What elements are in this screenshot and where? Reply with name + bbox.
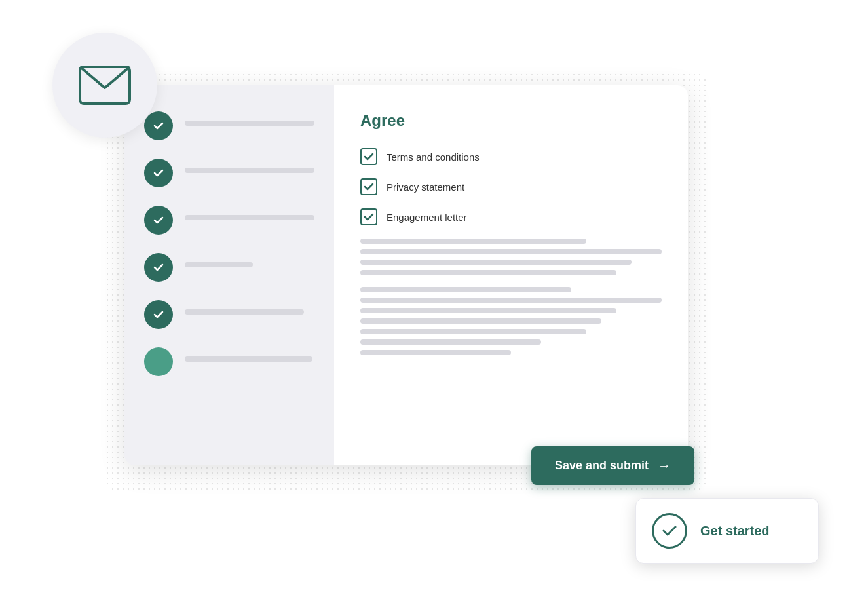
step-item-4[interactable] (144, 253, 314, 282)
engagement-checkbox-item[interactable]: Engagement letter (360, 208, 662, 225)
terms-check-icon (364, 151, 374, 162)
check-icon-1 (152, 119, 165, 132)
get-started-check-icon (652, 513, 687, 549)
get-started-checkmark (660, 522, 679, 540)
text-line-9 (360, 329, 586, 334)
step-item-2[interactable] (144, 159, 314, 187)
arrow-icon: → (658, 458, 671, 473)
step-item-3[interactable] (144, 206, 314, 235)
terms-checkbox-item[interactable]: Terms and conditions (360, 148, 662, 165)
terms-checkbox[interactable] (360, 148, 377, 165)
agree-title: Agree (360, 111, 662, 130)
privacy-checkbox[interactable] (360, 178, 377, 195)
left-panel (124, 85, 334, 465)
step-item-6[interactable] (144, 347, 314, 376)
terms-label: Terms and conditions (387, 151, 480, 163)
text-line-3 (360, 260, 632, 265)
step-circle-4 (144, 253, 173, 282)
text-line-11 (360, 350, 511, 355)
step-circle-1 (144, 111, 173, 140)
engagement-check-icon (364, 212, 374, 222)
step-item-5[interactable] (144, 300, 314, 329)
check-icon-3 (152, 214, 165, 227)
step-label-2 (185, 168, 314, 173)
check-icon-4 (152, 261, 165, 274)
main-card: Agree Terms and conditions Privacy state… (124, 85, 688, 465)
save-submit-button[interactable]: Save and submit → (531, 446, 694, 485)
email-icon (79, 66, 131, 105)
text-line-5 (360, 287, 571, 292)
step-circle-5 (144, 300, 173, 329)
text-line-7 (360, 308, 616, 313)
step-circle-3 (144, 206, 173, 235)
step-label-4 (185, 262, 253, 267)
right-panel: Agree Terms and conditions Privacy state… (334, 85, 688, 465)
privacy-label: Privacy statement (387, 182, 464, 193)
privacy-check-icon (364, 182, 374, 192)
check-icon-5 (152, 308, 165, 321)
step-circle-6 (144, 347, 173, 376)
body-text (360, 239, 662, 355)
engagement-checkbox[interactable] (360, 208, 377, 225)
step-label-5 (185, 309, 304, 315)
privacy-checkbox-item[interactable]: Privacy statement (360, 178, 662, 195)
check-icon-2 (152, 166, 165, 180)
text-line-1 (360, 239, 586, 244)
step-label-1 (185, 121, 314, 126)
step-label-3 (185, 215, 314, 220)
get-started-label: Get started (700, 524, 770, 539)
text-line-4 (360, 270, 616, 275)
text-line-2 (360, 249, 662, 254)
text-line-10 (360, 339, 541, 345)
email-icon-circle (52, 33, 157, 138)
step-circle-2 (144, 159, 173, 187)
get-started-card[interactable]: Get started (635, 498, 819, 564)
text-line-6 (360, 298, 662, 303)
step-item-1[interactable] (144, 111, 314, 140)
step-label-6 (185, 356, 312, 362)
save-submit-label: Save and submit (555, 459, 649, 472)
text-line-8 (360, 318, 601, 324)
engagement-label: Engagement letter (387, 212, 467, 223)
